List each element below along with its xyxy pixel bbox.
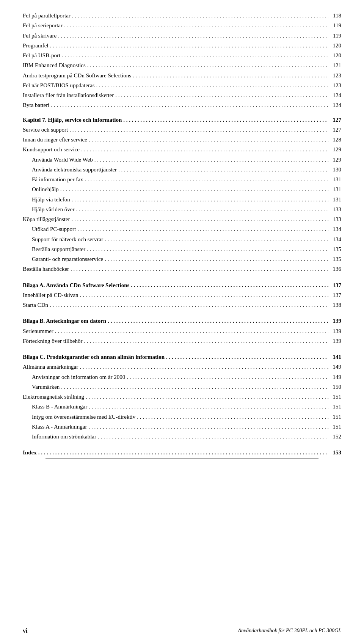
toc-entry-label: Garanti- och reparationsservice xyxy=(32,255,103,264)
toc-dots xyxy=(88,423,328,432)
toc-page-number: 135 xyxy=(330,255,341,264)
toc-dots xyxy=(94,156,328,165)
chapter-heading: Bilaga B. Anteckningar om datorn139 xyxy=(23,317,341,326)
toc-page-number: 123 xyxy=(330,71,341,80)
toc-entry-label: Starta CDn xyxy=(23,301,48,310)
toc-page-number: 120 xyxy=(330,51,341,60)
toc-entry-label: Andra testprogram på CDn Software Select… xyxy=(23,71,131,80)
list-item: Starta CDn138 xyxy=(23,301,341,310)
list-item: Utökad PC-support134 xyxy=(23,225,341,234)
toc-entry-label: Fel på serieportar xyxy=(23,21,63,30)
toc-dots xyxy=(105,235,328,244)
list-item: Support för nätverk och servrar134 xyxy=(23,235,341,244)
chapter-heading-label: Bilaga A. Använda CDn Software Selection… xyxy=(23,281,129,290)
toc-dots xyxy=(72,195,328,204)
toc-dots xyxy=(123,116,328,125)
toc-dots xyxy=(118,165,328,174)
toc-page-number: 151 xyxy=(330,393,341,401)
toc-page-number: 139 xyxy=(330,317,341,325)
index-heading: Index153 xyxy=(23,448,341,457)
toc-dots xyxy=(50,41,328,50)
toc-entry-label: Få information per fax xyxy=(32,175,83,184)
list-item: Varumärken150 xyxy=(23,383,341,392)
index-label: Index xyxy=(23,448,37,457)
list-item: Fel på parallellportar118 xyxy=(23,11,341,20)
list-item: Förteckning över tillbehör139 xyxy=(23,337,341,346)
toc-entry-label: Hjälp världen över xyxy=(32,205,74,214)
toc-page-number: 127 xyxy=(330,126,341,134)
list-item: Intyg om överensstämmelse med EU-direkti… xyxy=(23,413,341,422)
toc-dots xyxy=(133,71,328,80)
toc-page-number: 139 xyxy=(330,337,341,346)
toc-dots xyxy=(166,353,328,362)
toc-dots xyxy=(80,291,328,300)
toc-dots xyxy=(71,265,328,274)
toc-entry-label: Klass A - Anmärkningar xyxy=(32,423,87,431)
toc-entry-label: Byta batteri xyxy=(23,101,49,110)
toc-dots xyxy=(69,126,328,135)
chapter-heading-label: Kapitel 7. Hjälp, service och informatio… xyxy=(23,116,122,124)
toc-page-number: 137 xyxy=(330,281,341,290)
list-item: Installera filer från installationsdiske… xyxy=(23,91,341,100)
toc-page-number: 124 xyxy=(330,91,341,100)
toc-entry-label: Information om strömkablar xyxy=(32,432,96,441)
toc-page-number: 141 xyxy=(330,353,341,361)
toc-entry-label: Fel på USB-port xyxy=(23,51,60,60)
toc-page-number: 153 xyxy=(330,448,341,457)
toc-entry-label: Service och support xyxy=(23,126,68,134)
chapter-heading: Kapitel 7. Hjälp, service och informatio… xyxy=(23,116,341,125)
toc-page-number: 149 xyxy=(330,373,341,382)
toc-page-number: 131 xyxy=(330,185,341,194)
toc-page-number: 131 xyxy=(330,175,341,184)
list-item: Fel när POST/BIOS uppdateras123 xyxy=(23,81,341,90)
toc-entry-label: Innan du ringer efter service xyxy=(23,135,87,144)
list-item: Allmänna anmärkningar149 xyxy=(23,363,341,372)
toc-page-number: 151 xyxy=(330,413,341,421)
toc-page-number: 129 xyxy=(330,156,341,164)
list-item: Klass B - Anmärkningar151 xyxy=(23,402,341,412)
toc-entry-label: Allmänna anmärkningar xyxy=(23,363,78,371)
toc-dots xyxy=(77,225,328,234)
list-item: Anvisningar och information om år 200014… xyxy=(23,373,341,382)
toc-dots xyxy=(58,31,328,41)
chapter-heading: Bilaga C. Produktgarantier och annan all… xyxy=(23,353,341,362)
toc-page-number: 129 xyxy=(330,145,341,154)
toc-dots xyxy=(76,205,328,214)
list-item: Beställa handböcker136 xyxy=(23,265,341,274)
chapter-heading-label: Bilaga B. Anteckningar om datorn xyxy=(23,317,106,325)
toc-page-number: 120 xyxy=(330,41,341,50)
toc-entry-label: Kundsupport och service xyxy=(23,145,80,154)
toc-page-number: 151 xyxy=(330,402,341,411)
list-item: Fel på USB-port120 xyxy=(23,51,341,60)
list-item: Programfel120 xyxy=(23,41,341,50)
toc-dots xyxy=(38,448,328,457)
toc-entry-label: Fel på parallellportar xyxy=(23,11,71,20)
toc-page-number: 123 xyxy=(330,81,341,90)
toc-dots xyxy=(51,101,328,110)
toc-page-number: 134 xyxy=(330,235,341,244)
toc-entry-label: Använda elektroniska supporttjänster xyxy=(32,165,117,174)
toc-dots xyxy=(85,175,328,184)
toc-dots xyxy=(127,373,328,382)
toc-dots xyxy=(115,91,328,100)
toc-dots xyxy=(64,21,328,30)
toc-entry-label: Använda World Wide Web xyxy=(32,156,93,164)
footer-page-number: vi xyxy=(23,627,27,634)
list-item: Använda World Wide Web129 xyxy=(23,156,341,165)
toc-page-number: 131 xyxy=(330,195,341,204)
toc-dots xyxy=(72,215,328,224)
list-item: Hjälp världen över133 xyxy=(23,205,341,214)
list-item: Få information per fax131 xyxy=(23,175,341,184)
toc-dots xyxy=(137,413,328,422)
toc-entry-label: Fel när POST/BIOS uppdateras xyxy=(23,81,95,90)
list-item: Elektromagnetisk strålning151 xyxy=(23,393,341,402)
toc-dots xyxy=(87,245,328,254)
toc-entry-label: Hjälp via telefon xyxy=(32,195,70,204)
toc-dots xyxy=(98,432,328,441)
toc-page-number: 134 xyxy=(330,225,341,234)
toc-dots xyxy=(86,393,328,402)
toc-page-number: 119 xyxy=(330,21,341,30)
toc-entry-label: Beställa supporttjänster xyxy=(32,245,85,254)
toc-page-number: 135 xyxy=(330,245,341,254)
list-item: Fel på serieportar119 xyxy=(23,21,341,30)
